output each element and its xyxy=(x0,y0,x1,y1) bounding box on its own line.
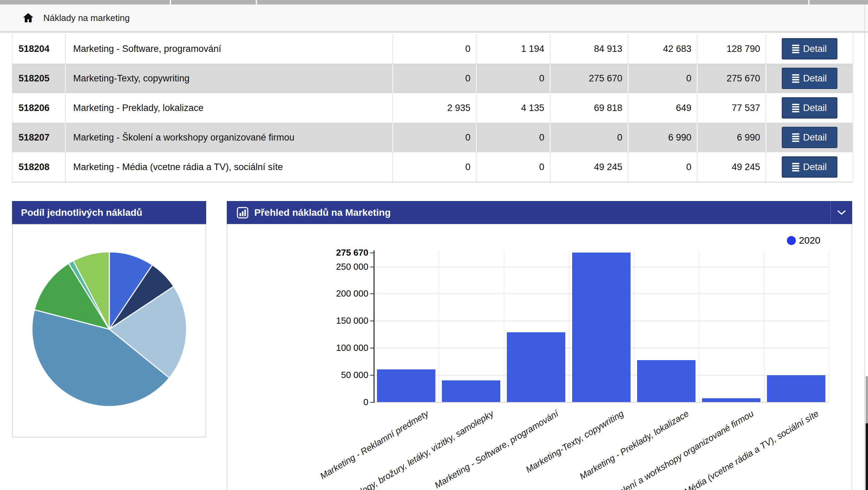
value-cell: 275 670 xyxy=(550,64,628,93)
y-axis-label: 250 000 xyxy=(313,261,368,272)
value-cell: 0 xyxy=(476,123,550,152)
bar xyxy=(377,369,435,402)
window-edge xyxy=(866,423,868,490)
value-cell: 6 990 xyxy=(697,123,766,152)
bar-panel-header: Přehled nákladů na Marketing xyxy=(227,201,852,224)
window-edge xyxy=(866,376,868,423)
account-code: 518205 xyxy=(12,64,65,93)
value-cell: 275 670 xyxy=(697,64,766,93)
list-icon xyxy=(792,162,799,172)
y-axis-tick xyxy=(370,321,374,321)
value-cell: 649 xyxy=(628,93,697,123)
gridline xyxy=(504,251,504,402)
collapse-panel-button[interactable] xyxy=(830,201,852,224)
value-cell: 49 245 xyxy=(697,152,766,182)
detail-button-label: Detail xyxy=(803,103,827,113)
bar-panel-title: Přehled nákladů na Marketing xyxy=(254,207,391,218)
bar xyxy=(637,360,695,402)
value-cell: 0 xyxy=(550,123,628,152)
detail-button[interactable]: Detail xyxy=(782,68,837,89)
action-cell: Detail xyxy=(766,34,853,64)
detail-button[interactable]: Detail xyxy=(782,38,837,59)
list-icon xyxy=(792,73,799,84)
account-label: Marketing - Software, programování xyxy=(65,34,392,64)
accounts-table: 518204Marketing - Software, programování… xyxy=(12,34,853,182)
list-icon xyxy=(792,132,799,143)
table-row: 518207Marketing - Školení a workshopy or… xyxy=(12,123,853,152)
value-cell: 42 683 xyxy=(628,34,697,64)
y-axis-tick xyxy=(370,253,374,253)
breadcrumb-title: Náklady na marketing xyxy=(43,13,130,23)
value-cell: 0 xyxy=(628,152,697,182)
account-code: 518208 xyxy=(12,152,65,182)
table-row: 518205Marketing-Texty, copywriting00275 … xyxy=(12,64,853,93)
legend-label: 2020 xyxy=(799,235,820,246)
value-cell: 0 xyxy=(392,123,476,152)
legend-dot xyxy=(787,236,796,245)
value-cell: 2 935 xyxy=(392,93,476,123)
value-cell: 84 913 xyxy=(550,34,628,64)
value-cell: 69 818 xyxy=(550,93,628,123)
x-axis-label: Marketing - Školení a workshopy organizo… xyxy=(568,408,756,490)
pie-panel-title: Podíl jednotlivých nákladů xyxy=(21,207,142,218)
bar xyxy=(702,398,760,402)
value-cell: 77 537 xyxy=(697,93,766,123)
bar xyxy=(572,253,631,402)
table-row: 518204Marketing - Software, programování… xyxy=(12,34,853,64)
value-cell: 0 xyxy=(392,152,476,182)
value-cell: 0 xyxy=(476,64,550,93)
gridline xyxy=(569,251,569,402)
x-axis-label: Marketing - Reklamní predmety xyxy=(318,408,431,481)
gridline xyxy=(764,251,765,402)
detail-button-label: Detail xyxy=(803,132,827,143)
y-axis-tick xyxy=(370,267,374,267)
clipped-row-strip xyxy=(0,0,868,4)
detail-button[interactable]: Detail xyxy=(782,97,837,119)
app-screen: Náklady na marketing 518204Marketing - S… xyxy=(0,0,868,490)
account-label: Marketing - Preklady, lokalizace xyxy=(65,93,392,123)
pie-panel-body xyxy=(12,224,206,437)
y-axis-line xyxy=(374,250,375,403)
detail-button-label: Detail xyxy=(803,44,827,54)
chart-legend: 2020 xyxy=(787,235,820,246)
account-label: Marketing - Média (vcetne rádia a TV), s… xyxy=(65,152,392,182)
gridline xyxy=(699,251,699,402)
gridline xyxy=(829,251,830,402)
detail-button[interactable]: Detail xyxy=(782,156,837,178)
y-axis-tick xyxy=(370,348,374,348)
value-cell: 0 xyxy=(476,152,550,182)
account-code: 518207 xyxy=(12,123,65,152)
list-icon xyxy=(792,44,799,54)
value-cell: 49 245 xyxy=(550,152,628,182)
home-icon[interactable] xyxy=(23,13,34,23)
bar xyxy=(507,332,565,402)
chevron-down-icon xyxy=(837,210,846,215)
value-cell: 0 xyxy=(628,64,697,93)
account-label: Marketing-Texty, copywriting xyxy=(65,64,392,93)
account-code: 518204 xyxy=(12,34,65,64)
gridline xyxy=(634,251,634,402)
y-axis-label: 275 670 xyxy=(313,247,368,258)
value-cell: 0 xyxy=(392,34,476,64)
value-cell: 6 990 xyxy=(628,123,697,152)
x-axis-line xyxy=(374,402,829,403)
value-cell: 0 xyxy=(392,64,476,93)
detail-button-label: Detail xyxy=(803,73,827,84)
column-separator xyxy=(170,0,171,4)
value-cell: 128 790 xyxy=(697,34,766,64)
bar xyxy=(442,380,500,402)
x-axis-label: Marketing - Katalogy, brožury, letáky, v… xyxy=(302,408,496,490)
y-axis-tick xyxy=(370,375,374,376)
x-axis-label: Marketing - Software, programování xyxy=(433,408,560,490)
y-axis-tick xyxy=(370,293,374,294)
bar-chart-icon xyxy=(236,207,249,219)
action-cell: Detail xyxy=(766,93,853,123)
bar xyxy=(767,375,825,402)
y-axis-label: 0 xyxy=(313,397,368,408)
window-edge xyxy=(864,4,865,490)
detail-button-label: Detail xyxy=(803,162,827,172)
y-axis-label: 150 000 xyxy=(313,315,368,326)
action-cell: Detail xyxy=(766,152,853,182)
detail-button[interactable]: Detail xyxy=(782,127,837,148)
column-separator xyxy=(256,0,257,4)
